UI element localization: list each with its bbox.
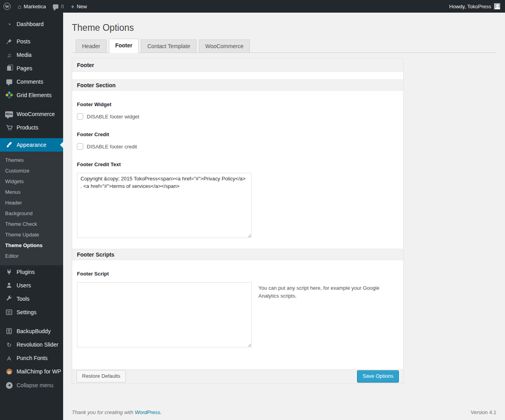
letter-a-icon: A — [5, 355, 13, 361]
pushpin-icon — [5, 38, 13, 45]
submenu-item-editor[interactable]: Editor — [0, 251, 63, 261]
sidebar-item-label: Revolution Slider — [17, 341, 58, 348]
footer-scripts-body: Footer Script You can put any script her… — [72, 260, 403, 369]
sidebar-item-woocommerce[interactable]: Woo WooCommerce — [0, 107, 63, 121]
wordpress-link[interactable]: WordPress. — [135, 409, 162, 415]
disable-footer-widget-checkbox[interactable] — [77, 113, 83, 120]
appearance-submenu: Themes Customize Widgets Menus Header Ba… — [0, 152, 63, 265]
sidebar-item-label: Users — [17, 282, 31, 289]
sidebar-item-media[interactable]: ♫ Media — [0, 48, 63, 62]
submenu-item-theme-options[interactable]: Theme Options — [0, 240, 63, 251]
footer-script-help-text: You can put any script here, for example… — [258, 283, 381, 300]
grid-elements-icon — [5, 92, 13, 98]
user-icon — [5, 282, 13, 289]
footer-section-header-label: Footer Section — [77, 82, 116, 88]
tab-footer[interactable]: Footer — [109, 39, 139, 53]
tab-contact-template[interactable]: Contact Template — [141, 39, 196, 52]
howdy-label: Howdy, TokoPress — [449, 4, 491, 9]
sidebar-item-appearance[interactable]: Appearance — [0, 138, 63, 152]
sidebar-item-label: WooCommerce — [17, 111, 55, 117]
collapse-menu-button[interactable]: ◀ Collapse menu — [0, 379, 63, 392]
tab-woocommerce[interactable]: WooCommerce — [199, 39, 250, 52]
submenu-item-theme-check[interactable]: Theme Check — [0, 219, 63, 229]
sidebar-item-label: Media — [17, 52, 32, 58]
mailchimp-monkey-icon — [5, 369, 13, 375]
main-content: Theme Options Header Footer Contact Temp… — [63, 13, 505, 420]
sidebar-item-label: Tools — [17, 296, 30, 302]
sidebar-item-punch-fonts[interactable]: A Punch Fonts — [0, 351, 63, 365]
admin-sidebar: ◔ Dashboard Posts ♫ Media Pages Comments… — [0, 13, 63, 420]
wp-logo-menu[interactable]: W — [0, 0, 14, 13]
footer-script-label: Footer Script — [77, 260, 398, 277]
new-label: New — [77, 4, 87, 9]
sidebar-item-mailchimp[interactable]: MailChimp for WP — [0, 365, 63, 378]
disable-footer-widget-label: DISABLE footer widget — [87, 114, 139, 120]
disable-footer-credit-label: DISABLE footer credit — [87, 144, 137, 150]
submenu-item-background[interactable]: Background — [0, 208, 63, 219]
sidebar-item-label: Grid Elements — [17, 92, 52, 98]
submenu-item-theme-update[interactable]: Theme Update — [0, 229, 63, 240]
wrench-icon — [5, 296, 13, 302]
sidebar-item-plugins[interactable]: Plugins — [0, 265, 63, 279]
plugin-icon — [5, 269, 13, 275]
refresh-icon: ↻ — [5, 342, 13, 348]
sidebar-item-posts[interactable]: Posts — [0, 35, 63, 48]
restore-defaults-button[interactable]: Restore Defaults — [77, 370, 126, 382]
admin-footer: Thank you for creating with WordPress. V… — [72, 409, 496, 415]
submenu-item-widgets[interactable]: Widgets — [0, 176, 63, 187]
account-menu[interactable]: Howdy, TokoPress — [446, 0, 491, 13]
site-name-label: Marketica — [24, 4, 46, 9]
sidebar-item-label: Comments — [17, 79, 43, 85]
submenu-item-customize[interactable]: Customize — [0, 165, 63, 176]
sidebar-item-label: MailChimp for WP — [17, 368, 61, 375]
footer-script-textarea[interactable] — [77, 282, 252, 347]
media-icon: ♫ — [5, 52, 13, 58]
submenu-item-menus[interactable]: Menus — [0, 187, 63, 197]
sidebar-item-grid-elements[interactable]: Grid Elements — [0, 88, 63, 102]
sidebar-item-label: Appearance — [17, 142, 47, 148]
sidebar-item-tools[interactable]: Tools — [0, 292, 63, 306]
collapse-arrow-icon: ◀ — [5, 382, 13, 389]
sidebar-item-label: Punch Fonts — [17, 355, 48, 361]
sidebar-item-label: Dashboard — [17, 21, 44, 27]
settings-sliders-icon — [5, 309, 13, 315]
footer-credit-text-label: Footer Credit Text — [77, 161, 398, 167]
panel-header: Footer — [72, 58, 403, 72]
disable-footer-credit-checkbox[interactable] — [77, 143, 83, 150]
sidebar-item-revolution-slider[interactable]: ↻ Revolution Slider — [0, 338, 63, 351]
footer-credit-label: Footer Credit — [77, 131, 398, 137]
sidebar-item-users[interactable]: Users — [0, 279, 63, 292]
site-name-menu[interactable]: ⌂ Marketica — [14, 0, 49, 13]
plus-icon: + — [71, 4, 75, 9]
pages-icon — [5, 66, 13, 71]
admin-bar: W ⌂ Marketica 0 + New Howdy, TokoPress — [0, 0, 505, 13]
sidebar-item-dashboard[interactable]: ◔ Dashboard — [0, 17, 63, 31]
dashboard-icon: ◔ — [5, 21, 13, 27]
wordpress-logo-icon: W — [4, 3, 11, 10]
tab-header[interactable]: Header — [76, 39, 107, 52]
comments-menu[interactable]: 0 — [49, 0, 67, 13]
theme-options-tabs: Header Footer Contact Template WooCommer… — [72, 39, 496, 53]
footer-widget-label: Footer Widget — [77, 91, 398, 107]
footer-thanks-prefix: Thank you for creating with — [72, 409, 135, 415]
sidebar-item-backupbuddy[interactable]: BackupBuddy — [0, 324, 63, 338]
submenu-item-header[interactable]: Header — [0, 197, 63, 208]
save-options-button[interactable]: Save Options — [357, 370, 399, 382]
footer-options-panel: Footer Footer Section Footer Widget DISA… — [72, 58, 404, 384]
cart-icon — [5, 124, 13, 131]
sidebar-item-label: Products — [17, 124, 38, 131]
comments-icon — [5, 79, 13, 84]
comment-bubble-icon — [53, 4, 58, 9]
sidebar-item-pages[interactable]: Pages — [0, 62, 63, 75]
panel-actions-bar: Restore Defaults Save Options — [72, 369, 403, 383]
sidebar-item-label: BackupBuddy — [17, 328, 50, 334]
footer-section-body: Footer Widget DISABLE footer widget Foot… — [72, 91, 403, 249]
avatar[interactable] — [494, 3, 500, 9]
footer-credit-text-textarea[interactable]: Copyright &copy; 2015 TokoPress<span><a … — [77, 173, 252, 238]
submenu-item-themes[interactable]: Themes — [0, 155, 63, 165]
sidebar-item-comments[interactable]: Comments — [0, 75, 63, 88]
sidebar-item-products[interactable]: Products — [0, 121, 63, 134]
sidebar-item-settings[interactable]: Settings — [0, 306, 63, 319]
footer-credit-checkbox-row: DISABLE footer credit — [77, 143, 398, 150]
new-content-menu[interactable]: + New — [67, 0, 91, 13]
